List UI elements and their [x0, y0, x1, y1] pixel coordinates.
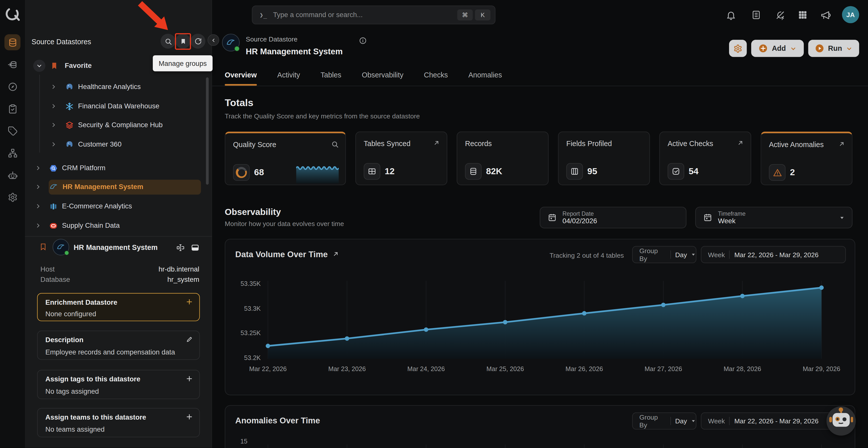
report-date-picker[interactable]: Report Date04/02/2026 [540, 207, 686, 228]
robot-ear-left [829, 417, 832, 422]
run-button[interactable]: Run [808, 40, 859, 57]
apps-grid-icon[interactable] [798, 10, 808, 20]
rename-icon[interactable] [176, 243, 185, 252]
anomalies-plot [225, 406, 855, 448]
host-label: Host [40, 266, 55, 273]
sidebar-item-crm-platform[interactable]: CRM Platform [35, 162, 201, 175]
cmd-key-badge: ⌘ [457, 9, 473, 20]
external-link-icon[interactable] [433, 139, 440, 146]
fields-profiled-card[interactable]: Fields Profiled 95 [558, 132, 650, 185]
chevron-down-icon [846, 45, 852, 51]
sidebar-item-label: CRM Platform [62, 164, 105, 172]
docs-icon[interactable] [751, 10, 761, 20]
rail-assistant[interactable] [4, 167, 21, 183]
rail-enrichment-datastores[interactable] [4, 56, 21, 72]
sidebar-item-customer-360[interactable]: Customer 360 [50, 138, 200, 151]
datastore-avatar [53, 239, 69, 255]
command-bar[interactable]: ❯_ ⌘ K [252, 5, 496, 24]
settings-button[interactable] [729, 40, 747, 57]
sidebar-item-hr-management-system[interactable]: HR Management System [35, 180, 201, 194]
tree-scrollbar[interactable] [206, 77, 209, 185]
chevron-right-icon [50, 122, 57, 128]
tab-checks[interactable]: Checks [424, 71, 448, 85]
play-circle-icon [815, 44, 824, 53]
sidebar-item-label: Customer 360 [78, 141, 122, 148]
announcements-megaphone-icon[interactable] [820, 10, 831, 21]
sidebar-item-financial-data-warehouse[interactable]: Financial Data Warehouse [50, 100, 200, 113]
enrichment-datastore-card[interactable]: Enrichment Datastore None configured [37, 293, 200, 321]
x-axis-tick: Mar 29, 2026 [791, 366, 852, 372]
user-avatar[interactable]: JA [842, 6, 859, 23]
bookmark-outline-icon[interactable] [39, 242, 47, 251]
pencil-icon[interactable] [186, 336, 193, 343]
enrichment-body: None configured [45, 310, 96, 318]
redshift-icon [49, 202, 58, 211]
sidebar-collapse-button[interactable] [208, 34, 219, 46]
tab-anomalies[interactable]: Anomalies [468, 71, 502, 85]
theme-toggle-icon[interactable] [775, 10, 786, 21]
external-link-icon[interactable] [737, 139, 744, 146]
totals-title: Totals [225, 97, 253, 109]
records-card[interactable]: Records 82K [457, 132, 549, 185]
sidebar-search-button[interactable] [161, 34, 176, 48]
plus-icon[interactable] [186, 413, 193, 421]
table-icon [368, 167, 376, 176]
card-label: Active Anomalies [769, 141, 824, 149]
sidebar-item-healthcare-analytics[interactable]: Healthcare Analytics [50, 80, 200, 94]
favorite-group-label[interactable]: Favorite [65, 62, 92, 70]
assign-tags-title: Assign tags to this datastore [45, 375, 140, 383]
sidebar-item-ecommerce-analytics[interactable]: E-Commerce Analytics [35, 200, 201, 213]
timeframe-select[interactable]: TimeframeWeek [695, 207, 852, 228]
add-button[interactable]: Add [751, 40, 804, 57]
y-axis-tick: 53.3K [228, 305, 261, 311]
quality-score-gauge [233, 164, 250, 181]
tab-activity[interactable]: Activity [277, 71, 300, 85]
sidebar-item-security-compliance-hub[interactable]: Security & Compliance Hub [50, 118, 200, 132]
sidebar-item-label: E-Commerce Analytics [62, 202, 132, 210]
icon-rail [0, 0, 25, 448]
rail-settings[interactable] [4, 189, 21, 205]
rail-checks[interactable] [4, 101, 21, 117]
snowflake-icon [65, 102, 74, 111]
rail-tags[interactable] [4, 123, 21, 139]
active-anomalies-card[interactable]: Active Anomalies 2 [761, 132, 852, 185]
tab-tables[interactable]: Tables [320, 71, 341, 85]
oracle-icon [49, 221, 58, 230]
active-checks-card[interactable]: Active Checks 54 [659, 132, 751, 185]
chevron-down-icon [36, 62, 42, 69]
command-search-input[interactable] [272, 10, 457, 20]
sidebar-item-supply-chain-data[interactable]: Supply Chain Data [35, 219, 201, 232]
rail-source-datastores[interactable] [4, 34, 21, 50]
card-value: 82K [486, 166, 502, 176]
data-volume-plot: 53.35K53.3K53.25K53.2KMar 22, 2026Mar 23… [225, 239, 855, 395]
mysql-icon [49, 182, 59, 192]
assign-tags-body: No tags assigned [45, 387, 99, 395]
card-value: 54 [689, 166, 699, 176]
robot-ear-right [850, 417, 853, 422]
rail-explore[interactable] [4, 78, 21, 95]
info-icon[interactable] [359, 36, 367, 45]
manage-groups-tooltip: Manage groups [153, 55, 213, 71]
quality-score-card[interactable]: Quality Score 68 [225, 132, 346, 185]
tab-observability[interactable]: Observability [362, 71, 403, 85]
chevron-right-icon [35, 165, 41, 171]
plus-icon[interactable] [186, 375, 193, 383]
notifications-bell-icon[interactable] [726, 10, 736, 21]
observability-title: Observability [225, 207, 281, 217]
report-date-label: Report Date [562, 210, 597, 217]
tables-synced-card[interactable]: Tables Synced 12 [355, 132, 447, 185]
assistant-fab-button[interactable] [827, 406, 856, 436]
tab-overview[interactable]: Overview [225, 71, 257, 85]
sidebar-title: Source Datastores [31, 38, 91, 46]
x-axis-tick: Mar 22, 2026 [238, 366, 298, 372]
sidebar-refresh-button[interactable] [190, 34, 205, 48]
external-link-icon[interactable] [838, 141, 845, 148]
check-square-icon [672, 167, 680, 176]
favorite-collapse-button[interactable] [33, 60, 45, 72]
favorite-bookmark-icon [50, 61, 58, 70]
quality-score-sparkline [296, 164, 339, 183]
search-icon[interactable] [331, 141, 339, 148]
plus-icon[interactable] [186, 298, 193, 306]
rail-hierarchy[interactable] [4, 145, 21, 161]
panel-icon[interactable] [190, 243, 199, 252]
